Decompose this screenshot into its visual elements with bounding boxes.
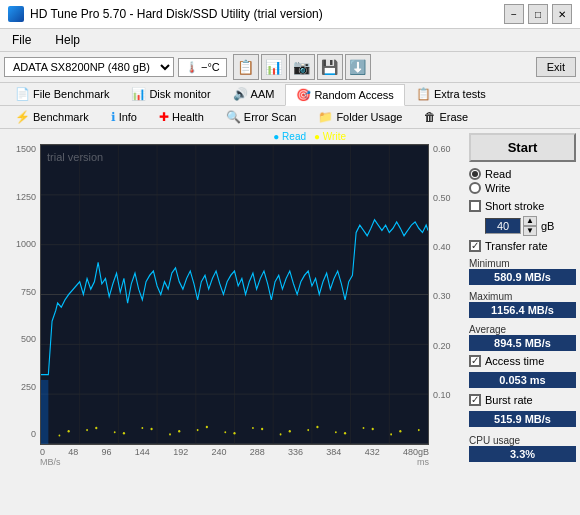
title-bar-controls[interactable]: − □ ✕ [504, 4, 572, 24]
x-label-384: 384 [326, 447, 341, 457]
stroke-down-button[interactable]: ▼ [523, 226, 537, 236]
tab-row-1: 📄 File Benchmark 📊 Disk monitor 🔊 AAM 🎯 … [0, 83, 580, 106]
svg-point-43 [418, 429, 420, 431]
toolbar-icon-3[interactable]: 📷 [289, 54, 315, 80]
svg-point-28 [372, 428, 374, 431]
radio-read-label: Read [485, 168, 511, 180]
svg-point-32 [114, 431, 116, 433]
y-unit-ms: ms [417, 457, 429, 467]
burst-rate-value: 515.9 MB/s [469, 411, 576, 427]
tab-extra-tests-label: Extra tests [434, 88, 486, 100]
tab-health[interactable]: ✚ Health [148, 106, 215, 128]
stroke-up-button[interactable]: ▲ [523, 216, 537, 226]
stroke-value-input[interactable] [485, 218, 521, 234]
tab-error-scan-label: Error Scan [244, 111, 297, 123]
checkbox-burst-rate[interactable]: Burst rate [469, 394, 576, 406]
tab-info[interactable]: ℹ Info [100, 106, 148, 128]
minimum-label: Minimum [469, 258, 576, 269]
title-bar: HD Tune Pro 5.70 - Hard Disk/SSD Utility… [0, 0, 580, 29]
tab-file-benchmark-label: File Benchmark [33, 88, 109, 100]
stroke-input-group: ▲ ▼ gB [485, 216, 576, 236]
radio-read[interactable]: Read [469, 168, 576, 180]
svg-point-36 [224, 431, 226, 433]
toolbar-icons: 📋 📊 📷 💾 ⬇️ [233, 54, 371, 80]
stat-cpu: CPU usage 3.3% [469, 433, 576, 462]
random-access-icon: 🎯 [296, 88, 311, 102]
tab-aam[interactable]: 🔊 AAM [222, 83, 286, 105]
title-bar-title: HD Tune Pro 5.70 - Hard Disk/SSD Utility… [30, 7, 323, 21]
x-label-48: 48 [68, 447, 78, 457]
svg-point-17 [68, 430, 70, 433]
tab-erase[interactable]: 🗑 Erase [413, 106, 479, 128]
start-button[interactable]: Start [469, 133, 576, 162]
info-icon: ℹ [111, 110, 116, 124]
minimize-button[interactable]: − [504, 4, 524, 24]
extra-tests-icon: 📋 [416, 87, 431, 101]
x-label-336: 336 [288, 447, 303, 457]
svg-point-41 [363, 427, 365, 429]
x-label-96: 96 [102, 447, 112, 457]
checkbox-short-stroke[interactable]: Short stroke [469, 200, 576, 212]
toolbar-icon-5[interactable]: ⬇️ [345, 54, 371, 80]
y-right-040: 0.40 [433, 242, 461, 252]
tab-folder-usage[interactable]: 📁 Folder Usage [307, 106, 413, 128]
radio-read-indicator [469, 168, 481, 180]
benchmark-icon: ⚡ [15, 110, 30, 124]
y-left-1250: 1250 [4, 192, 36, 202]
toolbar-icon-1[interactable]: 📋 [233, 54, 259, 80]
y-right-010: 0.10 [433, 390, 461, 400]
transfer-rate-label: Transfer rate [485, 240, 548, 252]
svg-point-39 [307, 429, 309, 431]
radio-write-label: Write [485, 182, 510, 194]
svg-point-21 [178, 430, 180, 433]
tab-disk-monitor[interactable]: 📊 Disk monitor [120, 83, 221, 105]
stat-maximum: Maximum 1156.4 MB/s [469, 289, 576, 318]
app-icon [8, 6, 24, 22]
write-legend: ● Write [314, 131, 346, 142]
y-right-030: 0.30 [433, 291, 461, 301]
tab-error-scan[interactable]: 🔍 Error Scan [215, 106, 308, 128]
y-left-1500: 1500 [4, 144, 36, 154]
tab-random-access[interactable]: 🎯 Random Access [285, 84, 404, 106]
health-icon: ✚ [159, 110, 169, 124]
close-button[interactable]: ✕ [552, 4, 572, 24]
radio-group-rw: Read Write [469, 166, 576, 196]
radio-write[interactable]: Write [469, 182, 576, 194]
x-label-480: 480gB [403, 447, 429, 457]
thermometer-icon: 🌡️ [185, 61, 199, 74]
svg-point-24 [261, 428, 263, 431]
toolbar-icon-4[interactable]: 💾 [317, 54, 343, 80]
toolbar-icon-2[interactable]: 📊 [261, 54, 287, 80]
burst-rate-label: Burst rate [485, 394, 533, 406]
tab-benchmark[interactable]: ⚡ Benchmark [4, 106, 100, 128]
menu-file[interactable]: File [8, 31, 35, 49]
svg-marker-16 [41, 380, 48, 444]
access-time-label: Access time [485, 355, 544, 367]
y-left-0: 0 [4, 429, 36, 439]
maximum-value: 1156.4 MB/s [469, 302, 576, 318]
tab-disk-monitor-label: Disk monitor [149, 88, 210, 100]
svg-point-23 [233, 432, 235, 435]
short-stroke-label: Short stroke [485, 200, 544, 212]
checkbox-access-time[interactable]: Access time [469, 355, 576, 367]
menu-help[interactable]: Help [51, 31, 84, 49]
maximize-button[interactable]: □ [528, 4, 548, 24]
read-legend: ● Read [273, 131, 306, 142]
tab-file-benchmark[interactable]: 📄 File Benchmark [4, 83, 120, 105]
x-label-288: 288 [250, 447, 265, 457]
tab-extra-tests[interactable]: 📋 Extra tests [405, 83, 497, 105]
toolbar: ADATA SX8200NP (480 gB) 🌡️ −°C 📋 📊 📷 💾 ⬇… [0, 52, 580, 83]
main-content: ● Read ● Write 1500 1250 1000 750 500 25… [0, 129, 580, 469]
watermark: trial version [47, 151, 103, 163]
folder-usage-icon: 📁 [318, 110, 333, 124]
temperature-value: −°C [201, 61, 220, 73]
disk-monitor-icon: 📊 [131, 87, 146, 101]
stroke-spinner[interactable]: ▲ ▼ [523, 216, 537, 236]
checkbox-transfer-rate[interactable]: Transfer rate [469, 240, 576, 252]
drive-select[interactable]: ADATA SX8200NP (480 gB) [4, 57, 174, 77]
file-benchmark-icon: 📄 [15, 87, 30, 101]
svg-point-26 [316, 426, 318, 429]
exit-button[interactable]: Exit [536, 57, 576, 77]
maximum-label: Maximum [469, 291, 576, 302]
svg-point-27 [344, 432, 346, 435]
